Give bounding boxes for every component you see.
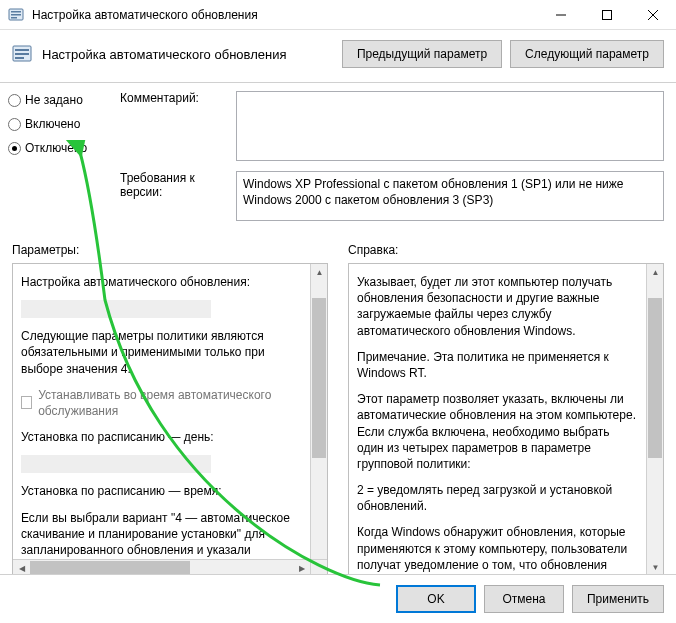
radio-icon xyxy=(8,142,21,155)
maximize-button[interactable] xyxy=(584,0,630,29)
svg-rect-3 xyxy=(11,17,17,19)
radio-not-configured[interactable]: Не задано xyxy=(8,93,120,107)
close-button[interactable] xyxy=(630,0,676,29)
radio-label: Отключено xyxy=(25,141,87,155)
lower-section: Параметры: Настройка автоматического обн… xyxy=(0,239,676,577)
svg-rect-10 xyxy=(15,53,29,55)
upper-section: Не задано Включено Отключено Комментарий… xyxy=(0,83,676,239)
options-vertical-scrollbar[interactable]: ▲ ▼ xyxy=(310,264,327,576)
sched-day-combo[interactable] xyxy=(21,455,211,473)
checkbox-label: Устанавливать во время автоматического о… xyxy=(38,387,302,419)
scroll-up-icon: ▲ xyxy=(311,264,328,281)
supported-text[interactable]: Windows XP Professional с пакетом обновл… xyxy=(236,171,664,221)
dialog-footer: OK Отмена Применить xyxy=(0,574,676,623)
ok-button[interactable]: OK xyxy=(396,585,476,613)
window-title: Настройка автоматического обновления xyxy=(32,8,538,22)
radio-disabled[interactable]: Отключено xyxy=(8,141,120,155)
radio-label: Не задано xyxy=(25,93,83,107)
supported-label: Требования к версии: xyxy=(120,171,236,221)
radio-icon xyxy=(8,94,21,107)
radio-icon xyxy=(8,118,21,131)
help-p5: Когда Windows обнаружит обновления, кото… xyxy=(357,524,638,576)
scroll-thumb[interactable] xyxy=(648,298,662,458)
previous-setting-button[interactable]: Предыдущий параметр xyxy=(342,40,502,68)
options-heading: Настройка автоматического обновления: xyxy=(21,274,302,290)
help-label: Справка: xyxy=(348,243,664,257)
next-setting-button[interactable]: Следующий параметр xyxy=(510,40,664,68)
state-radios: Не задано Включено Отключено xyxy=(8,91,120,231)
radio-label: Включено xyxy=(25,117,80,131)
minimize-button[interactable] xyxy=(538,0,584,29)
options-label: Параметры: xyxy=(12,243,328,257)
radio-enabled[interactable]: Включено xyxy=(8,117,120,131)
scroll-thumb[interactable] xyxy=(30,561,190,575)
help-p3: Этот параметр позволяет указать, включен… xyxy=(357,391,638,472)
sched-day-label: Установка по расписанию — день: xyxy=(21,429,302,445)
comment-label: Комментарий: xyxy=(120,91,236,161)
comment-input[interactable] xyxy=(236,91,664,161)
help-p2: Примечание. Эта политика не применяется … xyxy=(357,349,638,381)
svg-rect-2 xyxy=(11,14,21,16)
sched-time-label: Установка по расписанию — время: xyxy=(21,483,302,499)
svg-rect-11 xyxy=(15,57,24,59)
options-note: Следующие параметры политики являются об… xyxy=(21,328,302,377)
help-p1: Указывает, будет ли этот компьютер получ… xyxy=(357,274,638,339)
help-panel: Указывает, будет ли этот компьютер получ… xyxy=(348,263,664,577)
help-p4: 2 = уведомлять перед загрузкой и установ… xyxy=(357,482,638,514)
svg-rect-1 xyxy=(11,11,21,13)
options-column: Параметры: Настройка автоматического обн… xyxy=(12,243,328,577)
apply-button[interactable]: Применить xyxy=(572,585,664,613)
window-controls xyxy=(538,0,676,29)
policy-title: Настройка автоматического обновления xyxy=(42,47,286,62)
install-maintenance-checkbox[interactable]: Устанавливать во время автоматического о… xyxy=(21,387,302,419)
help-column: Справка: Указывает, будет ли этот компью… xyxy=(348,243,664,577)
cancel-button[interactable]: Отмена xyxy=(484,585,564,613)
update-mode-combo[interactable] xyxy=(21,300,211,318)
policy-icon xyxy=(8,7,24,23)
titlebar: Настройка автоматического обновления xyxy=(0,0,676,30)
checkbox-icon xyxy=(21,396,32,409)
policy-header-icon xyxy=(12,44,32,64)
supported-value: Windows XP Professional с пакетом обновл… xyxy=(243,177,624,207)
svg-rect-5 xyxy=(603,10,612,19)
scroll-thumb[interactable] xyxy=(312,298,326,458)
options-panel: Настройка автоматического обновления: Сл… xyxy=(12,263,328,577)
scroll-up-icon: ▲ xyxy=(647,264,664,281)
help-vertical-scrollbar[interactable]: ▲ ▼ xyxy=(646,264,663,576)
policy-header: Настройка автоматического обновления Пре… xyxy=(0,30,676,83)
svg-rect-9 xyxy=(15,49,29,51)
